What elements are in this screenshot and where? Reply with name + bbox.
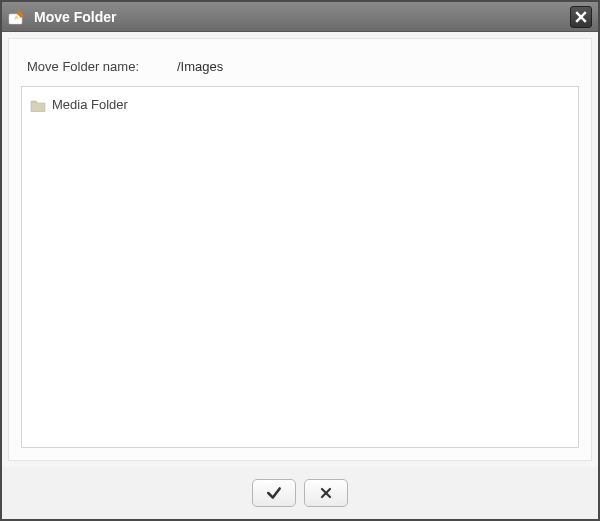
- folder-name-value: /Images: [177, 59, 223, 74]
- x-icon: [319, 486, 333, 500]
- cancel-button[interactable]: [304, 479, 348, 507]
- button-bar: [2, 467, 598, 519]
- confirm-button[interactable]: [252, 479, 296, 507]
- move-folder-dialog: Move Folder Move Folder name: /Images Me…: [0, 0, 600, 521]
- folder-name-label: Move Folder name:: [27, 59, 177, 74]
- folder-name-row: Move Folder name: /Images: [21, 51, 579, 86]
- check-icon: [266, 485, 282, 501]
- close-icon: [575, 11, 587, 23]
- folder-icon: [30, 98, 46, 112]
- tree-item-label: Media Folder: [52, 97, 128, 112]
- dialog-title: Move Folder: [34, 9, 570, 25]
- dialog-body: Move Folder name: /Images Media Folder: [8, 38, 592, 461]
- tree-item[interactable]: Media Folder: [30, 95, 570, 114]
- folder-tree[interactable]: Media Folder: [21, 86, 579, 448]
- close-button[interactable]: [570, 6, 592, 28]
- edit-folder-icon: [8, 8, 26, 26]
- titlebar: Move Folder: [2, 2, 598, 32]
